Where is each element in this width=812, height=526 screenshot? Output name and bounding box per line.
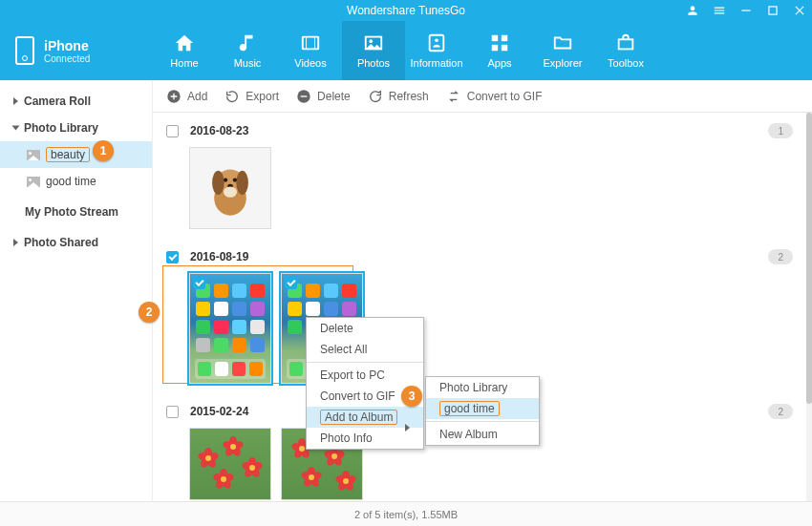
- apps-icon: [487, 32, 512, 53]
- sidebar-photo-library[interactable]: Photo Library: [0, 115, 152, 141]
- delete-button[interactable]: Delete: [296, 89, 351, 104]
- sidebar-label: good time: [46, 175, 96, 188]
- explorer-icon: [550, 32, 575, 53]
- ctx-delete[interactable]: Delete: [307, 318, 423, 339]
- ctx-sub-new-album[interactable]: New Album: [426, 424, 539, 445]
- close-icon[interactable]: [793, 4, 806, 17]
- context-menu: Delete Select All Export to PC Convert t…: [306, 317, 424, 450]
- button-label: Export: [246, 90, 279, 103]
- tab-videos[interactable]: Videos: [279, 21, 342, 80]
- menu-icon[interactable]: [713, 4, 726, 17]
- tab-apps[interactable]: Apps: [468, 21, 531, 80]
- step-callout-2: 2: [139, 302, 160, 323]
- refresh-icon: [368, 89, 383, 104]
- ctx-export-pc[interactable]: Export to PC: [307, 365, 423, 386]
- svg-point-24: [224, 187, 237, 198]
- album-icon: [27, 177, 40, 187]
- tab-label: Explorer: [544, 57, 583, 69]
- tab-photos[interactable]: Photos: [342, 21, 405, 80]
- convert-icon: [446, 89, 461, 104]
- scrollbar[interactable]: [806, 113, 812, 501]
- add-button[interactable]: Add: [166, 89, 207, 104]
- music-icon: [235, 32, 260, 53]
- tab-music[interactable]: Music: [216, 21, 279, 80]
- svg-rect-13: [619, 39, 633, 49]
- sidebar: Camera Roll Photo Library beauty good ti…: [0, 80, 153, 526]
- tab-toolbox[interactable]: Toolbox: [594, 21, 657, 80]
- status-text: 2 of 5 item(s), 1.55MB: [354, 509, 458, 520]
- count-badge: 2: [768, 249, 793, 264]
- sidebar-photo-stream[interactable]: My Photo Stream: [0, 199, 152, 225]
- sidebar-album-good-time[interactable]: good time: [0, 168, 152, 195]
- button-label: Refresh: [389, 90, 429, 103]
- step-callout-1: 1: [93, 140, 114, 161]
- photos-icon: [361, 32, 386, 53]
- tab-label: Photos: [357, 57, 390, 69]
- group-date: 2016-08-23: [190, 124, 248, 137]
- thumb-checkbox[interactable]: [285, 277, 297, 289]
- ctx-separator: [426, 421, 539, 422]
- device-name: iPhone: [44, 38, 90, 53]
- device-panel[interactable]: iPhone Connected: [0, 21, 153, 80]
- action-toolbar: Add Export Delete Refresh Convert to GIF: [153, 80, 812, 113]
- scroll-thumb[interactable]: [806, 113, 812, 404]
- toolbox-icon: [613, 32, 638, 53]
- dog-image: [197, 155, 264, 221]
- header: iPhone Connected Home Music Videos Photo…: [0, 21, 812, 80]
- tab-label: Home: [170, 57, 198, 69]
- svg-rect-10: [502, 35, 507, 41]
- album-icon: [27, 150, 40, 160]
- photo-thumb[interactable]: [189, 273, 271, 384]
- tab-information[interactable]: Information: [405, 21, 468, 80]
- photo-group: 2016-08-19 2: [153, 239, 806, 393]
- button-label: Delete: [317, 90, 351, 103]
- svg-rect-12: [502, 45, 507, 51]
- svg-rect-0: [741, 10, 750, 11]
- sidebar-photo-shared[interactable]: Photo Shared: [0, 229, 152, 256]
- caret-icon: [13, 239, 18, 246]
- ctx-add-to-album[interactable]: Add to Album: [307, 407, 423, 428]
- svg-point-22: [233, 179, 237, 182]
- tab-explorer[interactable]: Explorer: [531, 21, 594, 80]
- svg-point-21: [224, 179, 227, 182]
- export-button[interactable]: Export: [224, 89, 279, 104]
- svg-point-19: [212, 171, 224, 195]
- photo-thumb[interactable]: [189, 147, 271, 229]
- photo-thumb[interactable]: [189, 428, 271, 500]
- svg-point-8: [435, 38, 438, 42]
- count-badge: 2: [768, 404, 793, 419]
- group-checkbox[interactable]: [166, 406, 179, 418]
- ctx-sub-photo-library[interactable]: Photo Library: [426, 377, 539, 398]
- ctx-sub-good-time[interactable]: good time: [426, 398, 539, 419]
- convert-gif-button[interactable]: Convert to GIF: [446, 89, 543, 104]
- refresh-button[interactable]: Refresh: [368, 89, 429, 104]
- ctx-label: Add to Album: [320, 410, 397, 425]
- device-status: Connected: [44, 53, 90, 64]
- caret-icon: [12, 126, 20, 131]
- button-label: Convert to GIF: [467, 90, 543, 103]
- submenu-arrow-icon: [405, 424, 410, 431]
- window-controls: [686, 0, 806, 21]
- step-callout-3: 3: [401, 386, 422, 407]
- button-label: Add: [187, 90, 207, 103]
- user-icon[interactable]: [686, 4, 699, 17]
- tab-home[interactable]: Home: [153, 21, 216, 80]
- minus-icon: [296, 89, 311, 104]
- sidebar-album-beauty[interactable]: beauty: [0, 141, 152, 168]
- tab-label: Music: [234, 57, 262, 69]
- sidebar-label: Photo Library: [24, 121, 98, 135]
- group-checkbox[interactable]: [166, 125, 179, 137]
- export-icon: [224, 89, 240, 104]
- minimize-icon[interactable]: [739, 4, 753, 17]
- svg-rect-7: [430, 35, 444, 52]
- phone-icon: [15, 36, 34, 65]
- maximize-icon[interactable]: [766, 4, 780, 17]
- ctx-label: good time: [439, 401, 500, 416]
- sidebar-camera-roll[interactable]: Camera Roll: [0, 88, 152, 115]
- group-checkbox[interactable]: [166, 251, 179, 263]
- plus-icon: [166, 89, 182, 104]
- group-header: 2016-08-19 2: [166, 246, 793, 267]
- ctx-select-all[interactable]: Select All: [307, 339, 423, 360]
- thumb-checkbox[interactable]: [193, 277, 205, 289]
- group-date: 2016-08-19: [190, 250, 248, 263]
